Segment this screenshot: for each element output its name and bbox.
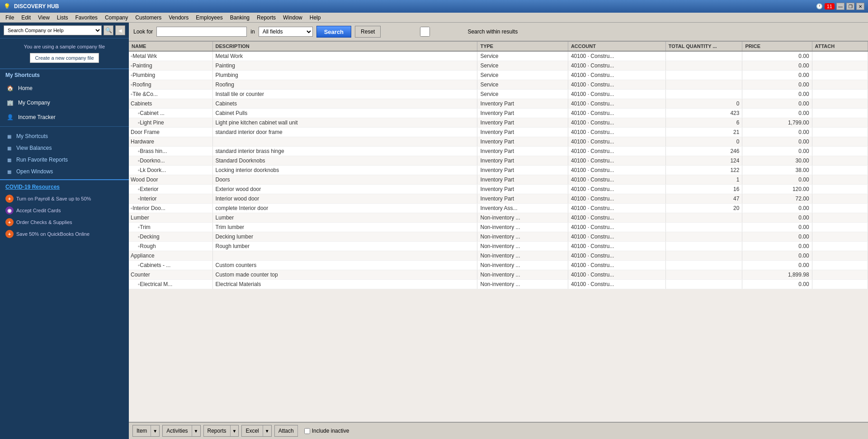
promo-payroll[interactable]: + Turn on Payroll & Save up to 50% bbox=[5, 193, 123, 205]
search-company-select[interactable]: Search Company or Help bbox=[4, 25, 102, 35]
table-row[interactable]: ◦TrimTrim lumberNon-inventory ...40100 ·… bbox=[129, 223, 868, 232]
table-row[interactable]: ◦DeckingDecking lumberNon-inventory ...4… bbox=[129, 232, 868, 242]
include-inactive-label: Include inactive bbox=[312, 428, 349, 434]
cell-attach bbox=[812, 194, 868, 204]
cell-type: Inventory Part bbox=[477, 194, 568, 204]
cell-qty: 47 bbox=[665, 194, 742, 204]
items-table: NAME DESCRIPTION TYPE ACCOUNT TOTAL QUAN… bbox=[129, 42, 868, 52]
sidebar-item-home[interactable]: 🏠 Home bbox=[0, 81, 129, 95]
table-row[interactable]: ◦ExteriorExterior wood doorInventory Par… bbox=[129, 185, 868, 194]
reports-button[interactable]: Reports ▼ bbox=[203, 425, 239, 437]
sidebar-item-open-windows[interactable]: ▦ Open Windows bbox=[0, 166, 129, 177]
cell-qty: 122 bbox=[665, 166, 742, 175]
menu-item-reports[interactable]: Reports bbox=[253, 14, 279, 22]
table-row[interactable]: Wood DoorDoorsInventory Part40100 · Cons… bbox=[129, 175, 868, 185]
look-for-input[interactable] bbox=[156, 27, 247, 37]
menu-item-customers[interactable]: Customers bbox=[132, 14, 165, 22]
sample-company-text: You are using a sample company file bbox=[4, 44, 125, 49]
menu-item-company[interactable]: Company bbox=[101, 14, 132, 22]
create-company-button[interactable]: Create a new company file bbox=[30, 53, 99, 63]
promo-credit-icon: ◉ bbox=[5, 206, 14, 215]
titlebar: 💡 DISCOVERY HUB 🕐 11 — ❐ ✕ bbox=[0, 0, 868, 13]
table-row[interactable]: ◦RoofingRoofingService40100 · Constru...… bbox=[129, 80, 868, 90]
within-results-checkbox[interactable] bbox=[384, 27, 466, 37]
sidebar-item-run-reports[interactable]: ▦ Run Favorite Reports bbox=[0, 154, 129, 166]
menu-item-vendors[interactable]: Vendors bbox=[165, 14, 192, 22]
cell-price: 1,899.98 bbox=[742, 270, 812, 280]
minimize-button[interactable]: — bbox=[836, 3, 844, 10]
promo-payroll-icon: + bbox=[5, 195, 14, 203]
sidebar-search-button[interactable]: 🔍 bbox=[104, 25, 113, 35]
cell-name: ◦Doorkno... bbox=[129, 156, 212, 166]
cell-account: 40100 · Constru... bbox=[568, 156, 665, 166]
cell-account: 40100 · Constru... bbox=[568, 194, 665, 204]
table-row[interactable]: ApplianceNon-inventory ...40100 · Constr… bbox=[129, 251, 868, 261]
reset-button[interactable]: Reset bbox=[355, 26, 381, 38]
menu-item-lists[interactable]: Lists bbox=[53, 14, 72, 22]
table-row[interactable]: ◦Doorkno...Standard DoorknobsInventory P… bbox=[129, 156, 868, 166]
sidebar-item-view-balances[interactable]: ▦ View Balances bbox=[0, 142, 129, 154]
sidebar-item-mycompany[interactable]: 🏢 My Company bbox=[0, 95, 129, 110]
table-row[interactable]: Door Framestandard interior door frameIn… bbox=[129, 128, 868, 137]
table-row[interactable]: CabinetsCabinetsInventory Part40100 · Co… bbox=[129, 99, 868, 109]
cell-attach bbox=[812, 137, 868, 147]
cell-qty: 21 bbox=[665, 128, 742, 137]
promo-checks[interactable]: + Order Checks & Supplies bbox=[5, 216, 123, 228]
menu-item-view[interactable]: View bbox=[34, 14, 53, 22]
promo-qbo[interactable]: + Save 50% on QuickBooks Online bbox=[5, 228, 123, 240]
table-row[interactable]: ◦InteriorInterior wood doorInventory Par… bbox=[129, 194, 868, 204]
table-row[interactable]: ◦Tile &Co...Install tile or counterServi… bbox=[129, 90, 868, 99]
sidebar-item-my-shortcuts[interactable]: ▦ My Shortcuts bbox=[0, 130, 129, 142]
menu-item-window[interactable]: Window bbox=[279, 14, 306, 22]
sidebar-item-income-tracker[interactable]: 👤 Income Tracker bbox=[0, 110, 129, 124]
activities-button[interactable]: Activities ▼ bbox=[162, 425, 200, 437]
menu-item-employees[interactable]: Employees bbox=[192, 14, 226, 22]
menu-item-file[interactable]: File bbox=[2, 14, 18, 22]
table-scroll[interactable]: ◦Metal WrkMetal WorkService40100 · Const… bbox=[129, 52, 868, 422]
cell-qty bbox=[665, 61, 742, 71]
excel-button[interactable]: Excel ▼ bbox=[241, 425, 271, 437]
table-row[interactable]: ◦Cabinets - ...Custom countersNon-invent… bbox=[129, 261, 868, 270]
cell-name: ◦Trim bbox=[129, 223, 212, 232]
promo-credit[interactable]: ◉ Accept Credit Cards bbox=[5, 205, 123, 216]
table-row[interactable]: ◦Cabinet ...Cabinet PullsInventory Part4… bbox=[129, 109, 868, 118]
table-row[interactable]: ◦Metal WrkMetal WorkService40100 · Const… bbox=[129, 52, 868, 61]
cell-account: 40100 · Constru... bbox=[568, 128, 665, 137]
table-row[interactable]: ◦Electrical M...Electrical MaterialsNon-… bbox=[129, 280, 868, 289]
attach-button[interactable]: Attach bbox=[274, 425, 298, 437]
table-row[interactable]: ◦Light PineLight pine kitchen cabinet wa… bbox=[129, 118, 868, 128]
cell-qty bbox=[665, 71, 742, 80]
cell-type: Service bbox=[477, 61, 568, 71]
cell-desc: Electrical Materials bbox=[212, 280, 477, 289]
table-row[interactable]: ◦Lk Doork...Locking interior doorknobsIn… bbox=[129, 166, 868, 175]
item-button[interactable]: Item ▼ bbox=[132, 425, 160, 437]
table-row[interactable]: HardwareInventory Part40100 · Constru...… bbox=[129, 137, 868, 147]
table-row[interactable]: LumberLumberNon-inventory ...40100 · Con… bbox=[129, 213, 868, 223]
cell-account: 40100 · Constru... bbox=[568, 204, 665, 213]
include-inactive-checkbox[interactable] bbox=[304, 428, 310, 434]
menu-item-help[interactable]: Help bbox=[306, 14, 325, 22]
sidebar-back-button[interactable]: ◀ bbox=[115, 25, 125, 35]
menu-item-banking[interactable]: Banking bbox=[226, 14, 253, 22]
menu-item-edit[interactable]: Edit bbox=[18, 14, 34, 22]
table-row[interactable]: ◦RoughRough lumberNon-inventory ...40100… bbox=[129, 242, 868, 251]
fields-select[interactable]: All fields Name Description Type bbox=[259, 27, 313, 37]
cell-attach bbox=[812, 80, 868, 90]
cell-qty: 20 bbox=[665, 204, 742, 213]
table-row[interactable]: ◦Brass hin...standard interior brass hin… bbox=[129, 147, 868, 156]
cell-account: 40100 · Constru... bbox=[568, 147, 665, 156]
look-for-label: Look for bbox=[133, 29, 153, 35]
covid-link[interactable]: COVID-19 Resources bbox=[5, 184, 60, 190]
table-row[interactable]: ◦Interior Doo...complete Interior doorIn… bbox=[129, 204, 868, 213]
close-button[interactable]: ✕ bbox=[856, 3, 864, 10]
cell-type: Non-inventory ... bbox=[477, 223, 568, 232]
table-row[interactable]: CounterCustom made counter topNon-invent… bbox=[129, 270, 868, 280]
table-row[interactable]: ◦PaintingPaintingService40100 · Constru.… bbox=[129, 61, 868, 71]
discovery-hub-label: DISCOVERY HUB bbox=[14, 3, 59, 10]
cell-desc: Standard Doorknobs bbox=[212, 156, 477, 166]
menu-item-favorites[interactable]: Favorites bbox=[72, 14, 101, 22]
search-button[interactable]: Search bbox=[316, 26, 351, 38]
table-row[interactable]: ◦PlumbingPlumbingService40100 · Constru.… bbox=[129, 71, 868, 80]
restore-button[interactable]: ❐ bbox=[846, 3, 854, 10]
cell-name: Lumber bbox=[129, 213, 212, 223]
